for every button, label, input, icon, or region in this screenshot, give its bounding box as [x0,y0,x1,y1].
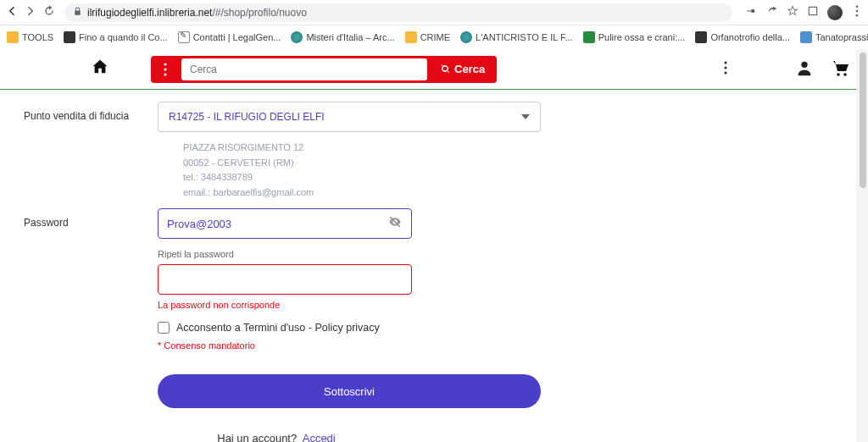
privacy-link[interactable]: Policy privacy [314,322,379,334]
search-input[interactable] [181,58,427,80]
repeat-password-input[interactable] [167,273,403,286]
svg-point-10 [724,66,726,69]
extension-icon[interactable] [807,5,819,20]
svg-line-8 [448,70,450,73]
password-field-wrap [158,208,412,239]
login-prompt: Hai un account? Accedi [5,432,548,442]
store-details: PIAZZA RISORGIMENTO 12 00052 - CERVETERI… [183,141,548,200]
password-label: Password [0,208,158,442]
svg-point-13 [837,73,840,76]
site-icon [583,31,595,43]
store-selected-value: R14725 - IL RIFUGIO DEGLI ELFI [169,111,325,123]
search-icon [441,64,451,75]
site-icon [695,31,707,43]
site-icon [800,31,812,43]
login-link[interactable]: Accedi [303,432,336,442]
svg-point-6 [164,73,166,75]
repeat-password-error: La password non corrisponde [158,300,548,310]
svg-point-7 [442,66,448,71]
terms-link[interactable]: Termini d'uso [243,322,305,334]
bookmark-item[interactable]: Orfanotrofio della... [695,31,790,43]
account-icon[interactable] [795,58,814,80]
reload-button[interactable] [42,4,56,21]
lock-icon [73,7,82,19]
signup-form: Punto vendita di fiducia R14725 - IL RIF… [0,90,868,442]
forward-button[interactable] [24,4,37,21]
svg-point-3 [856,14,859,16]
folder-icon [405,31,417,43]
site-header: Cerca [0,49,868,90]
store-select[interactable]: R14725 - IL RIFUGIO DEGLI ELFI [158,102,541,132]
password-input[interactable] [167,218,387,230]
bookmark-item[interactable]: Contatti | LegalGen... [178,31,281,43]
profile-avatar[interactable] [827,5,843,20]
consent-checkbox[interactable] [158,322,170,334]
store-label: Punto vendita di fiducia [0,102,158,200]
globe-icon [460,31,472,43]
bookmark-item[interactable]: Misteri d'Italia – Arc... [291,31,394,43]
svg-point-12 [801,61,807,67]
consent-row[interactable]: Acconsento a Termini d'uso - Policy priv… [158,322,548,334]
search-menu-icon[interactable] [151,63,180,76]
search-button[interactable]: Cerca [429,63,497,75]
search-bar: Cerca [151,56,497,83]
cart-icon[interactable] [829,58,851,81]
share-icon[interactable] [766,5,778,20]
site-icon [64,31,75,43]
browser-toolbar: ilrifugiodeglielfi.inlibreria.net/#/shop… [0,0,868,25]
svg-point-14 [843,73,847,76]
svg-point-9 [724,61,726,64]
header-menu-icon[interactable] [724,61,727,78]
back-button[interactable] [5,4,19,21]
bookmark-item[interactable]: TOOLS [7,31,53,43]
bookmark-item[interactable]: L'ANTICRISTO E IL F... [460,31,573,43]
url-path: /#/shop/profilo/nuovo [212,7,306,19]
home-button[interactable] [90,58,110,80]
repeat-password-field-wrap [158,264,412,295]
svg-point-5 [164,68,166,70]
svg-point-11 [724,71,726,74]
key-icon[interactable] [746,5,758,20]
svg-rect-0 [809,7,816,14]
chevron-down-icon [521,114,530,119]
bookmarks-bar: TOOLS Fino a quando il Co... Contatti | … [0,25,868,49]
folder-icon [7,31,19,43]
eye-off-icon[interactable] [387,215,403,232]
url-host: ilrifugiodeglielfi.inlibreria.net [87,7,212,19]
globe-icon [291,31,303,43]
bookmark-item[interactable]: CRIME [405,31,450,43]
bookmark-item[interactable]: Tanatoprassi - COS'... [800,31,868,43]
site-icon [178,31,190,43]
menu-dots-icon[interactable] [851,5,863,20]
consent-error: * Consenso mandatorio [158,340,548,351]
star-icon[interactable] [787,5,798,20]
bookmark-item[interactable]: Pulire ossa e crani:... [583,31,686,43]
svg-point-1 [856,5,859,8]
submit-button[interactable]: Sottoscrivi [158,374,541,408]
address-bar[interactable]: ilrifugiodeglielfi.inlibreria.net/#/shop… [64,3,732,22]
bookmark-item[interactable]: Fino a quando il Co... [64,31,168,43]
svg-point-2 [856,9,859,12]
svg-point-4 [164,63,166,65]
repeat-password-label: Ripeti la password [158,249,548,259]
